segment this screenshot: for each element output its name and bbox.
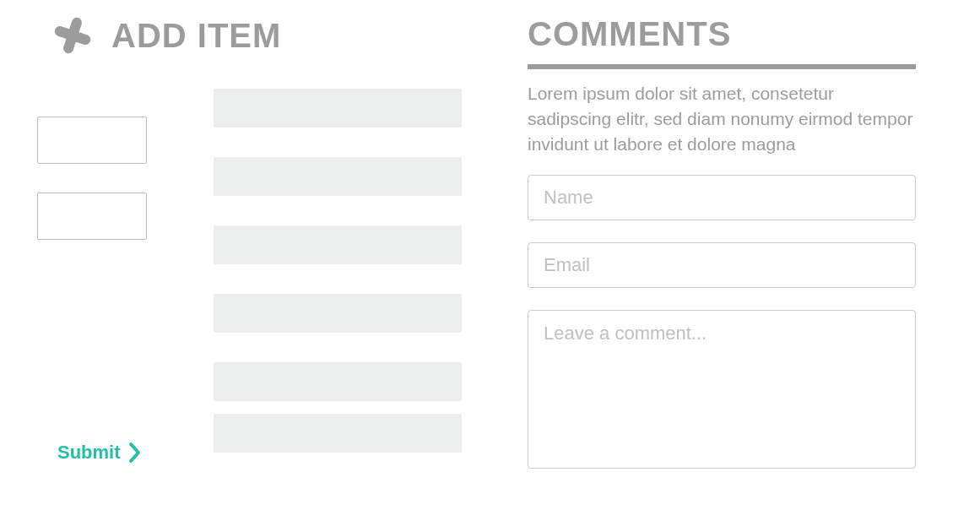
add-item-input-2[interactable] [37, 193, 147, 240]
comments-divider [528, 64, 916, 69]
submit-button[interactable]: Submit [57, 441, 143, 464]
placeholder-block [214, 294, 462, 333]
placeholder-block [214, 157, 462, 196]
email-field[interactable] [528, 242, 916, 288]
comments-title: COMMENTS [528, 15, 731, 53]
placeholder-block [214, 414, 462, 453]
comments-description: Lorem ipsum dolor sit amet, consetetur s… [528, 81, 916, 157]
add-item-header: ADD ITEM [52, 15, 281, 56]
add-item-input-1[interactable] [37, 117, 147, 164]
comments-header: COMMENTS [528, 15, 731, 53]
comment-body-field[interactable] [528, 310, 916, 469]
name-field[interactable] [528, 175, 916, 220]
placeholder-block [214, 225, 462, 264]
submit-label: Submit [57, 442, 121, 464]
add-item-title: ADD ITEM [111, 17, 281, 55]
plus-icon [52, 15, 93, 56]
chevron-right-icon [127, 441, 143, 464]
placeholder-block [214, 362, 462, 401]
placeholder-block [214, 89, 462, 128]
